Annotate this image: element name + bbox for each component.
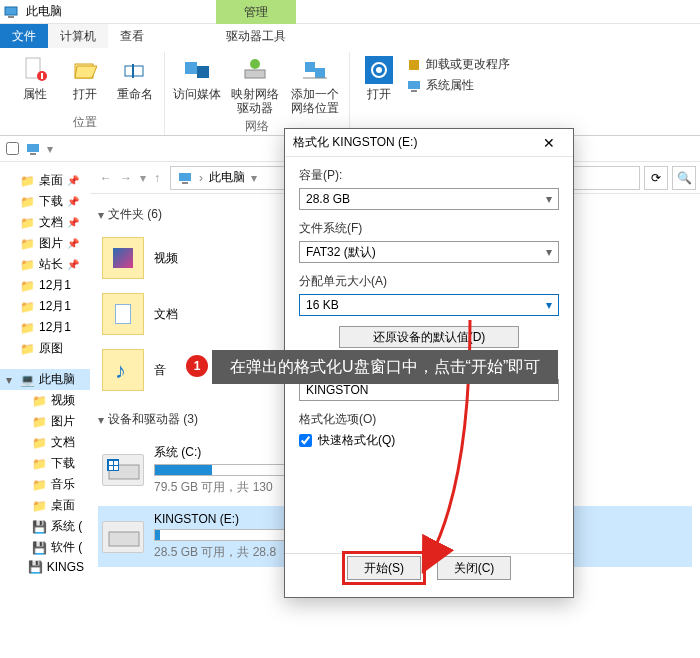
ribbon-properties-label: 属性 [23, 88, 47, 102]
close-button-dialog[interactable]: 关闭(C) [437, 556, 511, 580]
ribbon-properties[interactable]: 属性 [12, 52, 58, 112]
start-button[interactable]: 开始(S) [347, 556, 421, 580]
svg-rect-13 [315, 68, 325, 78]
video-icon [102, 237, 144, 279]
quick-format-input[interactable] [299, 434, 312, 447]
nav-item-label: 下载 [39, 193, 63, 210]
refresh-button[interactable]: ⟳ [644, 166, 668, 190]
tab-view[interactable]: 查看 [108, 24, 156, 48]
nav-item-label: 此电脑 [39, 371, 75, 388]
ribbon-open[interactable]: 打开 [62, 52, 108, 112]
svg-rect-27 [109, 461, 113, 465]
section-drives-label: 设备和驱动器 (3) [108, 411, 198, 428]
ribbon-group-network: 访问媒体 映射网络 驱动器 添加一个 网络位置 网络 [165, 52, 350, 135]
annotation-badge: 1 [186, 355, 208, 377]
pc-icon [177, 170, 193, 186]
svg-rect-10 [245, 70, 265, 78]
folder-videos[interactable]: 视频 [98, 233, 278, 283]
nav-sub-videos[interactable]: 📁视频 [0, 390, 90, 411]
nav-sub-kingston[interactable]: 💾KINGS [0, 558, 90, 576]
context-tool-group: 管理 驱动器工具 [216, 0, 296, 48]
ribbon-access-media[interactable]: 访问媒体 [171, 52, 223, 116]
svg-rect-23 [179, 173, 191, 181]
nav-original[interactable]: 📁原图 [0, 338, 90, 359]
settings-icon [365, 56, 393, 84]
file-label: 音 [154, 362, 166, 379]
ribbon-open2-label: 打开 [367, 88, 391, 102]
svg-rect-7 [132, 64, 134, 78]
forward-button[interactable]: → [120, 171, 132, 185]
titlebar: 此电脑 [0, 0, 700, 24]
open-icon [71, 56, 99, 84]
recent-button[interactable]: ▾ [140, 171, 146, 185]
ribbon-open-label: 打开 [73, 88, 97, 102]
nav-sub-pictures[interactable]: 📁图片 [0, 411, 90, 432]
close-button[interactable]: ✕ [533, 135, 565, 151]
nav-item-label: 12月1 [39, 298, 71, 315]
nav-sub-system[interactable]: 💾系统 ( [0, 516, 90, 537]
up-button[interactable]: ↑ [154, 171, 160, 185]
search-button[interactable]: 🔍 [672, 166, 696, 190]
ribbon-open-settings[interactable]: 打开 [356, 52, 402, 135]
ribbon: 属性 打开 重命名 位置 访问媒体 映射网络 驱动器 [0, 48, 700, 136]
nav-documents[interactable]: 📁文档📌 [0, 212, 90, 233]
nav-sub-downloads[interactable]: 📁下载 [0, 453, 90, 474]
nav-sub-software[interactable]: 💾软件 ( [0, 537, 90, 558]
annotation-tooltip: 在弹出的格式化U盘窗口中，点击“开始”即可 [212, 350, 558, 384]
qat-caret[interactable]: ▾ [47, 142, 53, 156]
nav-item-label: 12月1 [39, 319, 71, 336]
breadcrumb[interactable]: 此电脑 [209, 169, 245, 186]
nav-sub-desktop[interactable]: 📁桌面 [0, 495, 90, 516]
select-all-checkbox[interactable] [6, 142, 19, 155]
nav-sub-music[interactable]: 📁音乐 [0, 474, 90, 495]
quick-format-checkbox[interactable]: 快速格式化(Q) [299, 432, 559, 449]
svg-rect-19 [408, 81, 420, 89]
document-icon [102, 293, 144, 335]
folder-documents[interactable]: 文档 [98, 289, 278, 339]
nav-item-label: 系统 ( [51, 518, 82, 535]
nav-desktop[interactable]: 📁桌面📌 [0, 170, 90, 191]
nav-item-label: 站长 [39, 256, 63, 273]
nav-dec1b[interactable]: 📁12月1 [0, 296, 90, 317]
allocation-select[interactable]: 16 KB▾ [299, 294, 559, 316]
menu-uninstall[interactable]: 卸载或更改程序 [406, 56, 510, 73]
svg-rect-18 [409, 60, 419, 70]
ribbon-map-drive-label: 映射网络 驱动器 [231, 88, 279, 116]
nav-downloads[interactable]: 📁下载📌 [0, 191, 90, 212]
ribbon-rename[interactable]: 重命名 [112, 52, 158, 112]
nav-webmaster[interactable]: 📁站长📌 [0, 254, 90, 275]
options-label: 格式化选项(O) [299, 411, 559, 428]
back-button[interactable]: ← [100, 171, 112, 185]
tab-computer[interactable]: 计算机 [48, 24, 108, 48]
nav-tree[interactable]: 📁桌面📌 📁下载📌 📁文档📌 📁图片📌 📁站长📌 📁12月1 📁12月1 📁12… [0, 162, 90, 658]
restore-defaults-button[interactable]: 还原设备的默认值(D) [339, 326, 519, 348]
nav-item-label: 12月1 [39, 277, 71, 294]
chevron-down-icon: ▾ [546, 192, 552, 206]
rename-icon [121, 56, 149, 84]
tab-drive-tools[interactable]: 驱动器工具 [216, 24, 296, 49]
section-folders-label: 文件夹 (6) [108, 206, 162, 223]
nav-dec1c[interactable]: 📁12月1 [0, 317, 90, 338]
dialog-titlebar[interactable]: 格式化 KINGSTON (E:) ✕ [285, 129, 573, 157]
svg-rect-22 [30, 153, 36, 155]
svg-rect-24 [182, 182, 188, 184]
nav-item-label: 下载 [51, 455, 75, 472]
nav-dec1a[interactable]: 📁12月1 [0, 275, 90, 296]
tab-file[interactable]: 文件 [0, 24, 48, 48]
svg-rect-0 [5, 7, 17, 15]
nav-this-pc[interactable]: ▾💻此电脑 [0, 369, 90, 390]
nav-sub-documents[interactable]: 📁文档 [0, 432, 90, 453]
svg-point-17 [376, 67, 382, 73]
menu-sysprops[interactable]: 系统属性 [406, 77, 510, 94]
filesystem-select[interactable]: FAT32 (默认)▾ [299, 241, 559, 263]
nav-pictures[interactable]: 📁图片📌 [0, 233, 90, 254]
file-label: 视频 [154, 250, 178, 267]
capacity-select[interactable]: 28.8 GB▾ [299, 188, 559, 210]
svg-point-11 [250, 59, 260, 69]
ribbon-map-drive[interactable]: 映射网络 驱动器 [227, 52, 283, 116]
ribbon-add-network-label: 添加一个 网络位置 [291, 88, 339, 116]
drive-icon [102, 454, 144, 486]
address-caret[interactable]: ▾ [251, 171, 257, 185]
drive-icon [102, 521, 144, 553]
ribbon-add-network[interactable]: 添加一个 网络位置 [287, 52, 343, 116]
